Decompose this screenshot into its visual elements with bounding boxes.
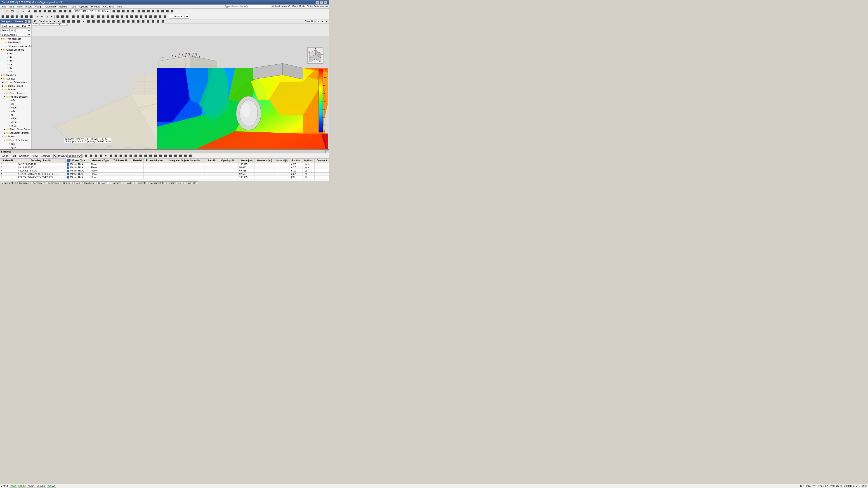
view-btn24[interactable]: ⬛ <box>115 14 120 19</box>
tree-uz[interactable]: ○ uz <box>0 59 31 62</box>
view-btn12[interactable]: ⬛ <box>55 14 60 19</box>
panel-btn1[interactable]: ⬛ <box>84 154 88 158</box>
menu-options[interactable]: Options <box>78 5 89 8</box>
panel-btn20[interactable]: ⬛ <box>178 154 183 158</box>
vp-tb20[interactable]: ⬛ <box>156 20 160 24</box>
settings-menu[interactable]: Settings <box>39 154 51 158</box>
nav-close-btn[interactable]: ✕ <box>28 20 31 23</box>
vp-tb6[interactable]: ⬛ <box>86 20 91 24</box>
toggle-members[interactable]: ▼ <box>0 74 3 76</box>
menu-cad-bim[interactable]: CAD-BIM <box>102 5 115 8</box>
panel-btn2[interactable]: ⬛ <box>89 154 93 158</box>
view-btn22[interactable]: ⬛ <box>105 14 110 19</box>
tree-sz+[interactable]: ○ σZ+ <box>0 98 31 102</box>
tb14[interactable]: ⬛ <box>136 9 141 13</box>
tree-strains[interactable]: ▼ 📁 Strains <box>0 135 31 138</box>
search-input[interactable] <box>225 5 270 8</box>
tree-phiz[interactable]: ○ φz <box>0 70 31 73</box>
tree-s2m[interactable]: ○ σ2,m <box>0 120 31 124</box>
tab-surfaces[interactable]: Surfaces <box>96 182 109 185</box>
tree-eyy+[interactable]: ○ εyy+ <box>0 145 31 149</box>
panel-btn17[interactable]: ⬛ <box>163 154 168 158</box>
vp-tb11[interactable]: ⬛ <box>111 20 116 24</box>
tree-ux[interactable]: ● ux <box>0 52 31 55</box>
nav-combo-analysis[interactable]: Static Analysis <box>0 33 31 37</box>
tab-thicknesses[interactable]: Thicknesses <box>44 182 61 185</box>
tree-phiy[interactable]: ○ φy <box>0 66 31 70</box>
menu-results[interactable]: Results <box>58 5 69 8</box>
table-container[interactable]: Surface No. Boundary Lines No. Stiffness… <box>0 158 329 181</box>
tab-prev[interactable]: ◀ <box>1 182 4 185</box>
tab-next[interactable]: ▶ <box>4 182 8 185</box>
menu-view[interactable]: View <box>16 5 24 8</box>
menu-calculate[interactable]: Calculate <box>44 5 57 8</box>
axis-combo[interactable]: 1 - Global XYZ <box>168 15 189 19</box>
menu-window[interactable]: Window <box>90 5 101 8</box>
vp-tb1[interactable]: ⬛ <box>61 20 66 24</box>
tree-principal-stresses[interactable]: ▼ 📁 Principal Stresses <box>0 95 31 98</box>
nav-combo-co[interactable]: CO2 - LC1 + LC2 + LC3 + LC4 <box>0 24 31 28</box>
tree-elastic-stress[interactable]: ▶ 📁 Elastic Stress Components <box>0 127 31 131</box>
tb6[interactable]: ⬛ <box>58 9 63 13</box>
toggle-type-results[interactable]: ▼ <box>0 38 3 40</box>
toggle-elastic[interactable]: ▶ <box>4 128 6 130</box>
tb2[interactable]: ⬛ <box>38 9 42 13</box>
tree-s1m-a[interactable]: ○ σ1,m <box>0 106 31 109</box>
tab-solid-sets[interactable]: Solid Sets <box>184 182 198 185</box>
view-btn13[interactable]: ⬛ <box>60 14 65 19</box>
minimize-button[interactable]: ─ <box>315 1 319 4</box>
tree-s+[interactable]: ○ σ+ <box>0 102 31 106</box>
view-btn23[interactable]: ⬛ <box>110 14 115 19</box>
edit-menu[interactable]: Edit <box>10 154 17 158</box>
tab-solids[interactable]: Solids <box>124 182 134 185</box>
tree-final-results[interactable]: ○ Final Results <box>0 41 31 44</box>
save-btn[interactable]: 💾 <box>10 9 14 13</box>
close-viewport-btn[interactable]: ✕ <box>325 20 328 23</box>
vp-tb9[interactable]: ⬛ <box>101 20 105 24</box>
menu-help[interactable]: Help <box>116 5 123 8</box>
view-btn5[interactable]: ⬛ <box>20 14 24 19</box>
tree-tmax[interactable]: ○ τmax <box>0 124 31 127</box>
panel-btn22[interactable]: ⬛ <box>188 154 193 158</box>
menu-tools[interactable]: Tools <box>69 5 78 8</box>
view-menu[interactable]: View <box>31 154 39 158</box>
tb21[interactable]: ⬛ <box>170 9 174 13</box>
vp-tb17[interactable]: ⬛ <box>141 20 145 24</box>
toggle-basic-stress[interactable]: ▼ <box>4 92 6 94</box>
panel-btn9[interactable]: ⬛ <box>123 154 128 158</box>
view-btn4[interactable]: ⬛ <box>15 14 19 19</box>
table-row[interactable]: 116,17,28,65-47,18Without Thick...Plane1… <box>0 163 329 166</box>
toggle-global[interactable]: ▼ <box>0 48 3 51</box>
vp-tb21[interactable]: ⬛ <box>161 20 165 24</box>
view-btn25[interactable]: ⬛ <box>120 14 124 19</box>
toggle-int-forces[interactable]: ▶ <box>2 85 4 87</box>
goto-menu[interactable]: Go To <box>0 154 10 158</box>
vp-tb8[interactable]: ⬛ <box>96 20 101 24</box>
print-btn[interactable]: 🖨 <box>27 9 31 13</box>
menu-edit[interactable]: Edit <box>8 5 15 8</box>
panel-btn13[interactable]: ⬛ <box>143 154 148 158</box>
toggle-bts[interactable]: ▼ <box>4 139 6 141</box>
panel-btn19[interactable]: ⬛ <box>173 154 178 158</box>
view-btn6[interactable]: ⬛ <box>24 14 29 19</box>
redo-btn[interactable]: ↪ <box>21 9 25 13</box>
vp-tb4[interactable]: ⬛ <box>76 20 81 24</box>
tree-members[interactable]: ▼ 📁 Members <box>0 73 31 77</box>
tree-basic-total-strains[interactable]: ▼ 📁 Basic Total Strains <box>0 138 31 142</box>
view-btn34[interactable]: ⬛ <box>162 14 167 19</box>
panel-close-btn[interactable]: ✕ <box>326 150 328 153</box>
tb7[interactable]: ⬛ <box>63 9 67 13</box>
vp-tb15[interactable]: ⬛ <box>131 20 135 24</box>
undo-btn[interactable]: ↩ <box>16 9 21 13</box>
vp-tb18[interactable]: ⬛ <box>146 20 150 24</box>
view-btn32[interactable]: ⬛ <box>153 14 158 19</box>
view-btn7[interactable]: ⬛ <box>29 14 33 19</box>
structure-combo[interactable]: Structure <box>38 20 52 23</box>
co-combo[interactable]: CO2 - LC1 + LC2 + LC3 + LC4 <box>74 9 110 13</box>
nav-combo-loads[interactable]: Loads [kN/m²] <box>0 29 31 32</box>
view-btn17[interactable]: ⬛ <box>81 14 85 19</box>
toggle-strains[interactable]: ▼ <box>2 135 4 138</box>
tree-exx+[interactable]: ● εxx+ <box>0 142 31 145</box>
view-btn29[interactable]: ⬛ <box>139 14 143 19</box>
view-btn30[interactable]: ⬛ <box>144 14 148 19</box>
